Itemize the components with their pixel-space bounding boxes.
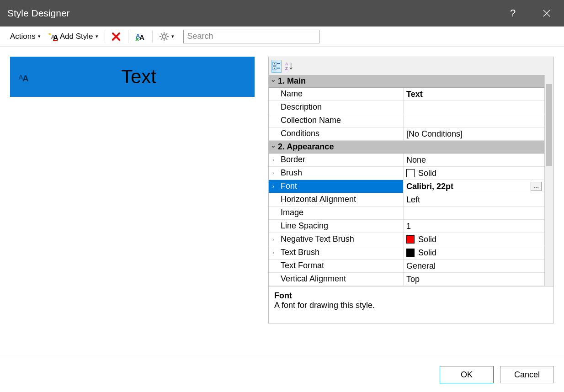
property-group-header[interactable]: 2. Appearance [269,141,544,154]
property-row[interactable]: Vertical AlignmentTop [269,273,544,286]
property-label: Image [278,207,404,219]
apply-style-button[interactable]: A A [132,30,149,43]
property-value-text: Calibri, 22pt [406,182,453,191]
property-value[interactable] [404,207,544,219]
expand-toggle [269,88,278,101]
property-value[interactable]: Left [404,193,544,206]
property-row[interactable]: Horizontal AlignmentLeft [269,193,544,207]
property-value[interactable]: 1 [404,220,544,233]
property-grid[interactable]: 1. MainNameTextDescriptionCollection Nam… [269,75,544,286]
property-row[interactable]: ›Text BrushSolid [269,246,544,260]
ellipsis-button[interactable]: … [531,182,542,191]
property-label: Text Format [278,260,404,272]
scrollbar-thumb[interactable] [546,84,552,166]
search-input[interactable] [183,30,319,43]
add-style-button[interactable]: A A Add Style▾ [45,31,101,42]
style-preview[interactable]: A A Text [10,57,255,97]
property-value[interactable]: General [404,260,544,272]
property-row[interactable]: Line Spacing1 [269,220,544,233]
svg-text:A: A [22,74,29,82]
property-value-text: Top [406,275,420,284]
expand-toggle [269,127,278,140]
color-swatch [406,235,415,244]
property-value-text: General [406,261,436,271]
property-value[interactable]: None [404,154,544,166]
add-style-icon: A A [48,32,58,41]
property-row[interactable]: Image [269,207,544,220]
property-value[interactable]: Solid [404,246,544,259]
property-row[interactable]: ›Negative Text BrushSolid [269,233,544,246]
toolbar-separator [105,30,105,43]
property-value-text: 1 [406,222,411,231]
property-value[interactable] [404,114,544,127]
chevron-down-icon: ▾ [171,33,174,39]
expand-toggle [269,101,278,114]
svg-line-15 [161,38,162,40]
settings-button[interactable]: ▾ [156,30,177,43]
property-value[interactable]: Calibri, 22pt… [404,180,544,193]
toolbar: Actions▾ A A Add Style▾ A A [0,26,564,47]
preview-pane: A A Text [10,57,255,353]
grid-scrollbar[interactable] [544,75,553,286]
actions-menu[interactable]: Actions▾ [7,31,43,42]
add-style-label: Add Style [60,32,93,41]
property-value-text: None [406,155,426,165]
property-value[interactable]: [No Conditions] [404,127,544,140]
property-row[interactable]: NameText [269,88,544,101]
ok-button[interactable]: OK [440,366,494,383]
property-value-text: Solid [418,248,436,258]
property-value[interactable]: Text [404,88,544,101]
property-value[interactable] [404,101,544,114]
expand-toggle[interactable]: › [269,167,278,180]
property-label: Vertical Alignment [278,273,404,286]
property-row[interactable]: Text FormatGeneral [269,260,544,273]
svg-text:Z: Z [285,66,288,71]
property-row[interactable]: Description [269,101,544,114]
property-row[interactable]: Collection Name [269,114,544,127]
categorized-view-button[interactable] [271,60,282,73]
description-text: A font for drawing this style. [274,301,548,310]
expand-toggle[interactable]: › [269,246,278,259]
alphabetical-view-button[interactable]: A Z [284,60,294,73]
expand-toggle [269,260,278,272]
color-swatch [406,169,415,177]
expand-toggle[interactable]: › [269,233,278,246]
property-value[interactable]: Solid [404,167,544,180]
expand-toggle[interactable]: › [269,180,278,193]
expand-toggle [269,114,278,127]
description-title: Font [274,291,548,301]
actions-label: Actions [10,32,36,41]
preview-text: Text [31,66,246,88]
property-value[interactable]: Top [404,273,544,286]
expand-toggle [269,207,278,219]
property-value[interactable]: Solid [404,233,544,246]
property-label: Description [278,101,404,114]
svg-text:A: A [53,34,58,41]
delete-style-button[interactable] [109,31,124,42]
close-button[interactable] [537,0,557,26]
property-label: Line Spacing [278,220,404,233]
categorized-icon [272,62,281,71]
property-label: Brush [278,167,404,180]
expand-toggle[interactable]: › [269,154,278,166]
svg-text:A: A [285,62,288,66]
style-icon: A A [18,71,31,82]
property-row[interactable]: ›BorderNone [269,154,544,167]
property-row[interactable]: Conditions[No Conditions] [269,127,544,141]
expand-toggle [269,193,278,206]
property-label: Negative Text Brush [278,233,404,246]
close-icon [543,9,551,17]
svg-line-13 [161,33,162,35]
cancel-button[interactable]: Cancel [500,366,554,383]
main-area: A A Text A Z [0,47,564,357]
property-group-header[interactable]: 1. Main [269,75,544,88]
property-label: Text Brush [278,246,404,259]
property-row[interactable]: ›BrushSolid [269,167,544,180]
property-pane: A Z 1. MainNameTextDescriptionCollection… [268,57,554,353]
help-button[interactable]: ? [503,0,523,26]
chevron-down-icon: ▾ [96,33,98,39]
toolbar-separator [152,30,153,43]
property-label: Border [278,154,404,166]
property-value-text: Solid [418,235,436,244]
property-row[interactable]: ›FontCalibri, 22pt… [269,180,544,193]
